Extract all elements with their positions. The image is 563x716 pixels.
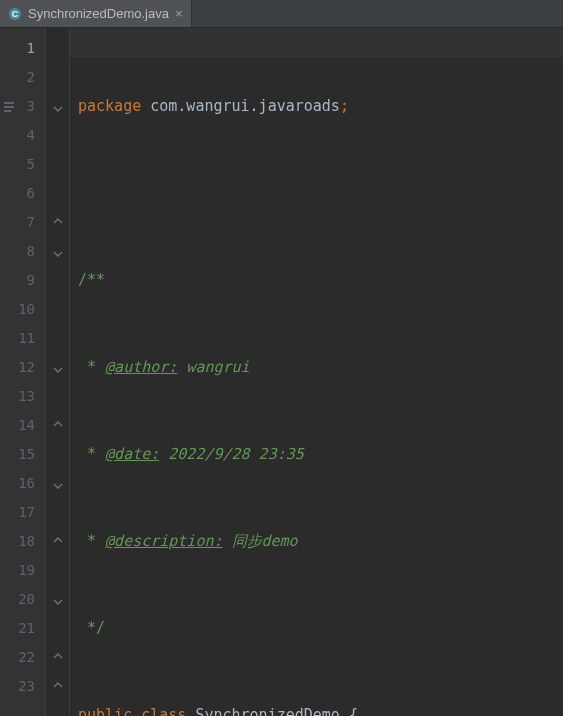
line-number: 7 (0, 208, 35, 237)
code-line: */ (78, 614, 563, 643)
line-number: 1 (0, 34, 35, 63)
line-number-gutter[interactable]: 1 2 3 4 5 6 7 8 9 10 11 12 13 14 15 16 1… (0, 28, 46, 716)
code-area[interactable]: package com.wangrui.javaroads; /** * @au… (70, 28, 563, 716)
class-file-icon: C (8, 7, 22, 21)
line-number: 8 (0, 237, 35, 266)
fold-end-icon[interactable] (53, 653, 63, 663)
paragraph-mark-icon (4, 92, 18, 121)
tab-bar: C SynchronizedDemo.java × (0, 0, 563, 28)
svg-rect-3 (4, 106, 14, 108)
line-number: 11 (0, 324, 35, 353)
close-icon[interactable]: × (175, 6, 183, 21)
code-line: * @date: 2022/9/28 23:35 (78, 440, 563, 469)
editor: 1 2 3 4 5 6 7 8 9 10 11 12 13 14 15 16 1… (0, 28, 563, 716)
line-number: 10 (0, 295, 35, 324)
fold-toggle-icon[interactable] (53, 479, 63, 489)
svg-rect-4 (4, 110, 11, 112)
code-line: /** (78, 266, 563, 295)
svg-text:C: C (12, 9, 19, 19)
code-line: * @author: wangrui (78, 353, 563, 382)
line-number: 13 (0, 382, 35, 411)
line-number: 6 (0, 179, 35, 208)
file-tab[interactable]: C SynchronizedDemo.java × (0, 0, 192, 27)
line-number: 9 (0, 266, 35, 295)
code-line: package com.wangrui.javaroads; (78, 92, 563, 121)
fold-end-icon[interactable] (53, 218, 63, 228)
fold-end-icon[interactable] (53, 421, 63, 431)
fold-toggle-icon[interactable] (53, 363, 63, 373)
line-number: 20 (0, 585, 35, 614)
line-number: 19 (0, 556, 35, 585)
line-number: 17 (0, 498, 35, 527)
fold-toggle-icon[interactable] (53, 595, 63, 605)
line-number: 23 (0, 672, 35, 701)
svg-rect-2 (4, 102, 14, 104)
fold-end-icon[interactable] (53, 682, 63, 692)
fold-toggle-icon[interactable] (53, 247, 63, 257)
fold-toggle-icon[interactable] (53, 102, 63, 112)
line-number: 5 (0, 150, 35, 179)
code-line (78, 179, 563, 208)
line-number: 21 (0, 614, 35, 643)
tab-filename: SynchronizedDemo.java (28, 6, 169, 21)
code-line: * @description: 同步demo (78, 527, 563, 556)
line-number: 14 (0, 411, 35, 440)
line-number: 22 (0, 643, 35, 672)
line-number: 2 (0, 63, 35, 92)
line-number: 12 (0, 353, 35, 382)
code-line: public class SynchronizedDemo { (78, 701, 563, 716)
line-number: 15 (0, 440, 35, 469)
line-number: 18 (0, 527, 35, 556)
line-number: 16 (0, 469, 35, 498)
fold-gutter (46, 28, 70, 716)
line-number: 4 (0, 121, 35, 150)
fold-end-icon[interactable] (53, 537, 63, 547)
